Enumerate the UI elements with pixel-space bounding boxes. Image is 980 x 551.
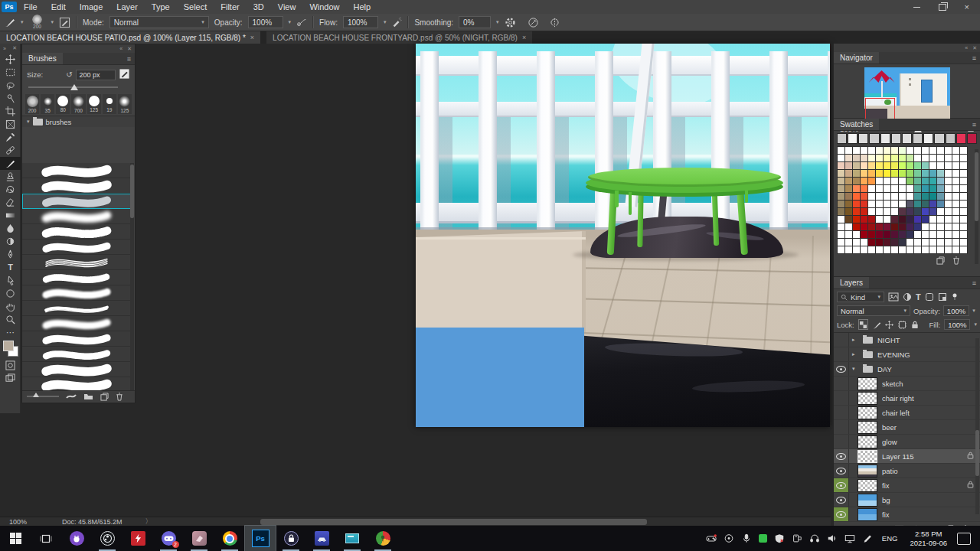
tray-pen-icon[interactable] (862, 533, 873, 543)
swatch-r7-c4[interactable] (861, 193, 867, 200)
tool-crop[interactable] (0, 105, 21, 118)
swatch-r3-c8[interactable] (891, 162, 898, 169)
swatch-r10-c8[interactable] (891, 216, 898, 223)
visibility-toggle[interactable] (834, 449, 849, 463)
tool-hand[interactable] (0, 300, 21, 313)
chevron-down-icon[interactable]: ▾ (384, 19, 387, 25)
swatch-r14-c8[interactable] (891, 246, 898, 253)
swatch-r10-c17[interactable] (960, 216, 967, 223)
swatch-r2-c4[interactable] (861, 155, 867, 161)
swatch-r1-c13[interactable] (929, 147, 936, 154)
layer-filter-select[interactable]: Kind ▾ (837, 292, 884, 302)
brush-preset-stroke-15[interactable] (22, 377, 131, 390)
swatch-r8-c6[interactable] (876, 201, 883, 207)
swatch-r14-c6[interactable] (876, 246, 883, 253)
filter-toggle-icon[interactable] (951, 293, 959, 301)
swatch-r13-c17[interactable] (960, 239, 967, 246)
menu-help[interactable]: Help (347, 2, 378, 11)
expand-caret[interactable]: ▸ (852, 337, 858, 343)
swatch-r5-c6[interactable] (876, 178, 883, 184)
toggle-brush-panel-icon[interactable] (59, 17, 70, 28)
swatch-r10-c11[interactable] (914, 216, 921, 223)
swatch-r8-c10[interactable] (906, 201, 913, 207)
swatch-r3-c5[interactable] (868, 162, 875, 169)
layer-thumbnail[interactable] (858, 465, 877, 478)
visibility-toggle[interactable] (834, 406, 849, 419)
smoothing-field[interactable]: 0% (459, 16, 491, 28)
taskbar-blue-app[interactable] (306, 526, 337, 551)
swatch-r9-c5[interactable] (868, 208, 875, 215)
brush-preset-200[interactable]: 200 (25, 94, 39, 114)
swatch-r4-c6[interactable] (876, 170, 883, 177)
layer-row-night[interactable]: ▸NIGHT (834, 333, 980, 347)
brush-preset-125[interactable]: 125 (118, 94, 132, 114)
paint-symmetry-icon[interactable] (549, 17, 560, 28)
visibility-toggle[interactable] (834, 333, 849, 347)
layer-row-fix[interactable]: fix (834, 478, 980, 493)
swatch-r13-c12[interactable] (922, 239, 929, 246)
swatch-r10-c16[interactable] (952, 216, 959, 223)
swatch-r8-c1[interactable] (838, 201, 844, 207)
swatch-r8-c8[interactable] (891, 201, 898, 207)
swatch-r4-c7[interactable] (884, 170, 890, 177)
swatch-r1-c2[interactable] (845, 147, 852, 154)
swatch-r1-c3[interactable] (853, 147, 860, 154)
swatch-r7-c6[interactable] (876, 193, 883, 200)
swatch-r3-c12[interactable] (922, 162, 929, 169)
swatch-r6-c9[interactable] (899, 185, 906, 192)
swatch-r12-c5[interactable] (868, 231, 875, 238)
swatch-r9-c2[interactable] (845, 208, 852, 215)
swatch-r12-c16[interactable] (952, 231, 959, 238)
swatch-r10-c3[interactable] (853, 216, 860, 223)
tool-dodge[interactable] (0, 235, 21, 248)
layer-thumbnail[interactable] (858, 479, 877, 492)
swatch-r4-c16[interactable] (952, 170, 959, 177)
swatch-r12-c11[interactable] (914, 231, 921, 238)
filter-smart-objects-icon[interactable] (938, 292, 947, 302)
swatch-r14-c3[interactable] (853, 246, 860, 253)
swatch-r7-c17[interactable] (960, 193, 967, 200)
swatch-r11-c11[interactable] (914, 223, 921, 230)
swatch-r3-c13[interactable] (929, 162, 936, 169)
swatch-r11-c7[interactable] (884, 223, 890, 230)
blend-mode-select[interactable]: Normal▾ (109, 16, 209, 28)
swatch-r14-c4[interactable] (861, 246, 867, 253)
swatch-r6-c14[interactable] (937, 185, 944, 192)
airbrush-pressure-icon[interactable] (296, 17, 307, 28)
swatch-r9-c16[interactable] (952, 208, 959, 215)
color-swatches[interactable] (0, 339, 21, 359)
layer-name[interactable]: EVENING (877, 350, 910, 359)
layer-row-chair-right[interactable]: chair right (834, 391, 980, 406)
lock-pixels-icon[interactable] (872, 320, 881, 329)
layer-name[interactable]: patio (882, 467, 898, 475)
tool-gradient[interactable] (0, 209, 21, 222)
tray-mic-icon[interactable] (741, 533, 752, 543)
taskbar-task-view[interactable] (31, 526, 61, 551)
layer-row-layer-115[interactable]: Layer 115 (834, 449, 980, 464)
taskbar-lock-app[interactable] (276, 526, 306, 551)
swatch-r11-c14[interactable] (937, 223, 944, 230)
swatch-r4-c12[interactable] (922, 170, 929, 177)
swatch-r2-c11[interactable] (914, 155, 921, 161)
tool-lasso[interactable] (0, 79, 21, 92)
swatch-r2-c5[interactable] (868, 155, 875, 161)
visibility-toggle[interactable] (834, 362, 849, 376)
screen-mode-button[interactable] (0, 372, 21, 385)
layer-row-evening[interactable]: ▸EVENING (834, 347, 980, 362)
swatch-r14-c12[interactable] (922, 246, 929, 253)
smoothing-gear-icon[interactable] (505, 17, 516, 28)
tool-pen[interactable] (0, 248, 21, 261)
recent-swatch-10[interactable] (934, 133, 944, 144)
collapse-panel-icon[interactable]: « (119, 46, 122, 51)
swatch-r1-c7[interactable] (884, 147, 890, 154)
swatch-r11-c17[interactable] (960, 223, 967, 230)
menu-3d[interactable]: 3D (247, 2, 271, 11)
new-group-icon[interactable] (83, 393, 93, 400)
layer-name[interactable]: NIGHT (877, 336, 900, 344)
swatch-r2-c14[interactable] (937, 155, 944, 161)
swatch-r7-c5[interactable] (868, 193, 875, 200)
swatch-r6-c2[interactable] (845, 185, 852, 192)
swatch-r13-c14[interactable] (937, 239, 944, 246)
swatch-r8-c14[interactable] (937, 201, 944, 207)
swatch-r10-c14[interactable] (937, 216, 944, 223)
